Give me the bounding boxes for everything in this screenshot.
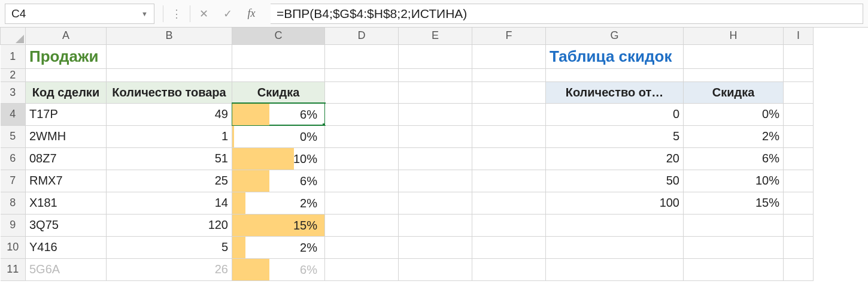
cell[interactable]	[107, 44, 232, 68]
row-header[interactable]: 9	[1, 214, 26, 236]
cell[interactable]	[472, 103, 546, 125]
cell[interactable]	[232, 68, 325, 81]
cell[interactable]	[472, 68, 546, 81]
row-header[interactable]: 6	[1, 147, 26, 170]
sales-code[interactable]: 08Z7	[26, 147, 107, 170]
sales-qty[interactable]: 1	[107, 125, 232, 147]
cell[interactable]	[784, 258, 814, 280]
sales-disc[interactable]: 6%	[232, 258, 325, 280]
cell[interactable]	[784, 81, 814, 103]
select-all-corner[interactable]	[1, 28, 26, 44]
sales-qty[interactable]: 5	[107, 236, 232, 258]
cell[interactable]	[399, 68, 472, 81]
sales-code[interactable]: X181	[26, 192, 107, 214]
row-header[interactable]: 4	[1, 103, 26, 125]
spreadsheet-grid[interactable]: ABCDEFGHI 1ПродажиТаблица скидок23Код сд…	[0, 28, 868, 281]
col-header-E[interactable]: E	[399, 28, 472, 44]
disc-value[interactable]: 0%	[684, 103, 784, 125]
sales-disc[interactable]: 10%	[232, 147, 325, 170]
row-header[interactable]: 10	[1, 236, 26, 258]
sales-code[interactable]: 5G6A	[26, 258, 107, 280]
sales-code[interactable]: T17P	[26, 103, 107, 125]
cell[interactable]	[325, 170, 399, 192]
cell[interactable]	[472, 170, 546, 192]
sales-code[interactable]: 2WMH	[26, 125, 107, 147]
sales-qty[interactable]: 51	[107, 147, 232, 170]
cell[interactable]	[472, 258, 546, 280]
row-header[interactable]: 11	[1, 258, 26, 280]
disc-from[interactable]: 50	[546, 170, 684, 192]
col-header-F[interactable]: F	[472, 28, 546, 44]
formula-input[interactable]: =ВПР(B4;$G$4:$H$8;2;ИСТИНА)	[271, 4, 863, 24]
cell[interactable]	[325, 258, 399, 280]
cell[interactable]	[399, 214, 472, 236]
cell[interactable]	[784, 170, 814, 192]
cell[interactable]	[784, 147, 814, 170]
cell[interactable]	[684, 44, 784, 68]
page-title-discounts[interactable]: Таблица скидок	[546, 44, 684, 68]
cell[interactable]	[325, 147, 399, 170]
sales-qty[interactable]: 25	[107, 170, 232, 192]
cell[interactable]	[26, 68, 107, 81]
cell[interactable]	[784, 214, 814, 236]
disc-value[interactable]: 10%	[684, 170, 784, 192]
cell[interactable]	[399, 192, 472, 214]
col-header-disc2[interactable]: Скидка	[684, 81, 784, 103]
cell[interactable]	[325, 125, 399, 147]
name-box[interactable]: C4 ▼	[5, 4, 154, 24]
cell[interactable]	[325, 81, 399, 103]
sales-qty[interactable]: 49	[107, 103, 232, 125]
cell[interactable]	[399, 258, 472, 280]
accept-icon[interactable]: ✓	[217, 4, 238, 24]
col-header-C[interactable]: C	[232, 28, 325, 44]
sales-qty[interactable]: 26	[107, 258, 232, 280]
disc-from[interactable]: 5	[546, 125, 684, 147]
disc-value[interactable]: 15%	[684, 192, 784, 214]
cell[interactable]	[325, 192, 399, 214]
cell[interactable]	[546, 68, 684, 81]
cell[interactable]	[325, 68, 399, 81]
col-header-from[interactable]: Количество от…	[546, 81, 684, 103]
sales-disc[interactable]: 2%	[232, 236, 325, 258]
cell[interactable]	[325, 103, 399, 125]
col-header-D[interactable]: D	[325, 28, 399, 44]
row-header[interactable]: 1	[1, 44, 26, 68]
cell[interactable]	[684, 236, 784, 258]
sales-qty[interactable]: 120	[107, 214, 232, 236]
cell[interactable]	[546, 214, 684, 236]
row-header[interactable]: 5	[1, 125, 26, 147]
row-header[interactable]: 7	[1, 170, 26, 192]
sales-code[interactable]: RMX7	[26, 170, 107, 192]
name-box-dropdown-icon[interactable]: ▼	[141, 10, 148, 17]
cell[interactable]	[684, 68, 784, 81]
cell[interactable]	[399, 147, 472, 170]
cell[interactable]	[684, 258, 784, 280]
page-title-sales[interactable]: Продажи	[26, 44, 107, 68]
col-header-H[interactable]: H	[684, 28, 784, 44]
col-header-disc[interactable]: Скидка	[232, 81, 325, 103]
disc-from[interactable]: 0	[546, 103, 684, 125]
cell[interactable]	[784, 44, 814, 68]
sales-code[interactable]: 3Q75	[26, 214, 107, 236]
col-header-B[interactable]: B	[107, 28, 232, 44]
cell[interactable]	[107, 68, 232, 81]
cell[interactable]	[784, 236, 814, 258]
cell[interactable]	[472, 236, 546, 258]
cell[interactable]	[399, 81, 472, 103]
cell[interactable]	[472, 147, 546, 170]
disc-from[interactable]: 20	[546, 147, 684, 170]
cell[interactable]	[784, 125, 814, 147]
cell[interactable]	[546, 258, 684, 280]
sales-disc[interactable]: 0%	[232, 125, 325, 147]
cell[interactable]	[399, 170, 472, 192]
row-header[interactable]: 3	[1, 81, 26, 103]
cell[interactable]	[325, 214, 399, 236]
disc-from[interactable]: 100	[546, 192, 684, 214]
sales-disc[interactable]: 6%	[232, 170, 325, 192]
cell[interactable]	[472, 81, 546, 103]
col-header-G[interactable]: G	[546, 28, 684, 44]
cell[interactable]	[472, 192, 546, 214]
cell[interactable]	[684, 214, 784, 236]
sales-disc[interactable]: 15%	[232, 214, 325, 236]
sales-code[interactable]: Y416	[26, 236, 107, 258]
